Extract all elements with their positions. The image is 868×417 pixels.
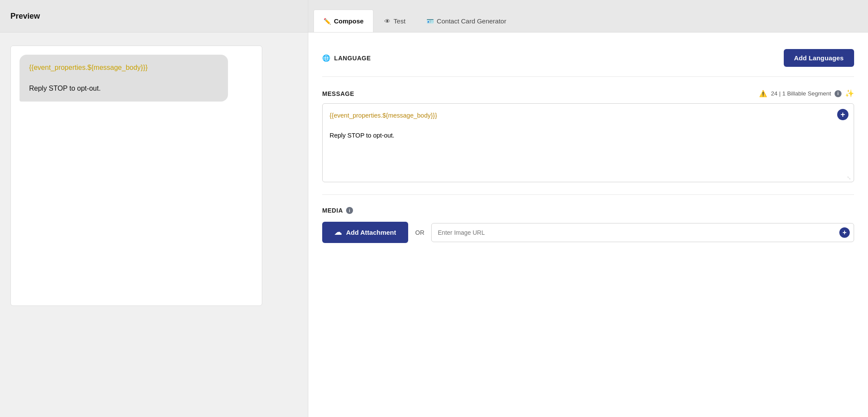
media-info-icon[interactable]: i bbox=[346, 207, 353, 214]
message-section: MESSAGE ⚠️ 24 | 1 Billable Segment i ✨ {… bbox=[322, 89, 854, 195]
bubble-highlight: {{event_properties.${message_body}}} bbox=[29, 64, 148, 71]
message-label: MESSAGE bbox=[322, 90, 354, 97]
language-section: 🌐 LANGUAGE Add Languages bbox=[322, 45, 854, 77]
tab-contact-card-label: Contact Card Generator bbox=[437, 17, 506, 25]
tab-test[interactable]: 👁 Test bbox=[374, 10, 416, 32]
message-info-icon[interactable]: i bbox=[835, 90, 842, 97]
media-controls: ☁ Add Attachment OR + bbox=[322, 222, 854, 243]
tab-compose-label: Compose bbox=[334, 17, 363, 25]
message-bubble: {{event_properties.${message_body}}} Rep… bbox=[20, 55, 228, 102]
right-content: 🌐 LANGUAGE Add Languages MESSAGE ⚠️ 24 |… bbox=[308, 33, 868, 417]
image-url-input[interactable] bbox=[431, 223, 854, 242]
upload-icon: ☁ bbox=[334, 228, 342, 237]
tab-test-label: Test bbox=[393, 17, 406, 25]
media-section: MEDIA i ☁ Add Attachment OR + bbox=[322, 207, 854, 247]
globe-icon: 🌐 bbox=[322, 54, 331, 62]
contact-card-icon: 🪪 bbox=[426, 18, 434, 25]
message-plain-text: Reply STOP to opt-out. bbox=[330, 132, 394, 139]
warning-icon: ⚠️ bbox=[759, 90, 767, 98]
message-textarea-wrapper: {{event_properties.${message_body}}} Rep… bbox=[322, 103, 854, 182]
test-icon: 👁 bbox=[384, 18, 390, 25]
message-plus-button[interactable]: + bbox=[837, 109, 848, 120]
or-text: OR bbox=[415, 229, 424, 236]
preview-content-area: {{event_properties.${message_body}}} Rep… bbox=[0, 33, 308, 319]
message-highlight: {{event_properties.${message_body}}} bbox=[330, 112, 437, 119]
language-label: LANGUAGE bbox=[334, 55, 371, 62]
tab-contact-card-generator[interactable]: 🪪 Contact Card Generator bbox=[416, 10, 516, 32]
preview-title: Preview bbox=[10, 12, 40, 21]
resize-handle: ⤡ bbox=[847, 175, 853, 181]
media-label-row: MEDIA i bbox=[322, 207, 854, 214]
preview-panel: Preview {{event_properties.${message_bod… bbox=[0, 0, 308, 417]
edit-icon[interactable]: ✨ bbox=[845, 89, 854, 98]
tabs-bar: ✏️ Compose 👁 Test 🪪 Contact Card Generat… bbox=[308, 0, 868, 33]
language-label-group: 🌐 LANGUAGE bbox=[322, 54, 371, 62]
tab-compose[interactable]: ✏️ Compose bbox=[314, 10, 373, 32]
bubble-text: {{event_properties.${message_body}}} Rep… bbox=[29, 62, 218, 94]
preview-card: {{event_properties.${message_body}}} Rep… bbox=[10, 46, 262, 306]
bubble-reply-text: Reply STOP to opt-out. bbox=[29, 85, 101, 92]
message-count: 24 | 1 Billable Segment bbox=[771, 90, 831, 97]
image-url-wrapper: + bbox=[431, 223, 854, 242]
message-content[interactable]: {{event_properties.${message_body}}} Rep… bbox=[323, 104, 854, 182]
add-attachment-button[interactable]: ☁ Add Attachment bbox=[322, 222, 408, 243]
message-meta: ⚠️ 24 | 1 Billable Segment i ✨ bbox=[759, 89, 854, 98]
compose-icon: ✏️ bbox=[323, 18, 331, 25]
message-header-row: MESSAGE ⚠️ 24 | 1 Billable Segment i ✨ bbox=[322, 89, 854, 98]
add-attachment-label: Add Attachment bbox=[346, 229, 396, 236]
preview-header: Preview bbox=[0, 0, 308, 33]
add-languages-button[interactable]: Add Languages bbox=[784, 49, 854, 67]
right-panel: ✏️ Compose 👁 Test 🪪 Contact Card Generat… bbox=[308, 0, 868, 417]
url-plus-button[interactable]: + bbox=[839, 227, 850, 238]
media-label: MEDIA bbox=[322, 207, 343, 214]
